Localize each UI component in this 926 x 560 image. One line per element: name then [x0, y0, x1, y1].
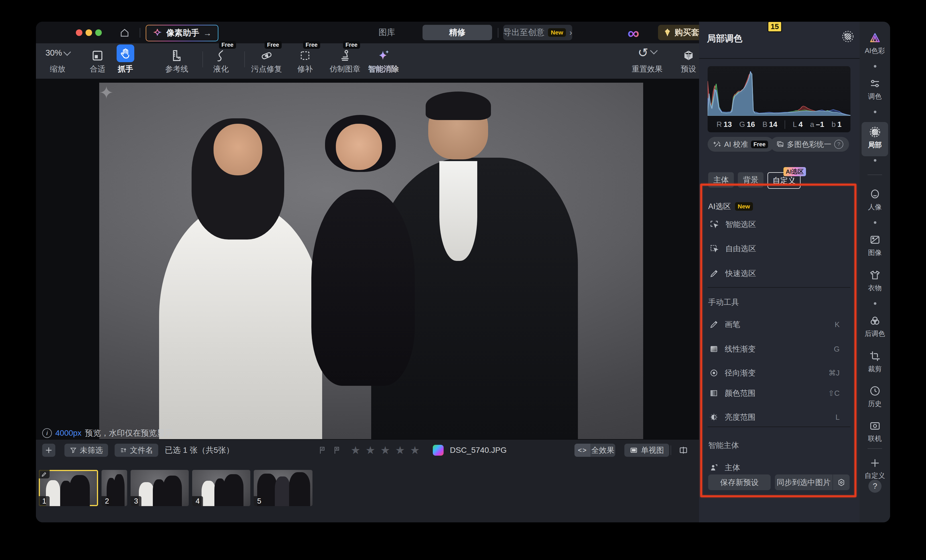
sort-icon — [120, 446, 127, 454]
add-photos-button[interactable] — [42, 443, 55, 457]
effects-label: 全效果 — [590, 445, 615, 456]
tether-camera-icon — [869, 420, 881, 432]
window-zoom-button[interactable] — [95, 29, 102, 36]
sidebar-item-color-grading[interactable]: 调色 — [859, 77, 890, 101]
sidebar-item-tethering[interactable]: 联机 — [859, 420, 890, 443]
effects-toggle-group[interactable]: <> 全效果 — [575, 443, 615, 457]
ai-calibrate-button[interactable]: AI 校准 Free — [708, 137, 774, 152]
sidebar-item-label: 裁剪 — [868, 365, 882, 374]
home-button[interactable] — [118, 26, 131, 39]
help-circle-icon[interactable]: ? — [834, 140, 843, 149]
sidebar-item-crop[interactable]: 裁剪 — [859, 350, 890, 374]
free-selection-icon — [709, 244, 719, 253]
thumbnail-1[interactable]: 1 — [39, 470, 98, 506]
chevron-down-icon — [63, 48, 71, 56]
tab-gallery-label: 图库 — [378, 27, 395, 38]
star-rating[interactable]: ★ ★ ★ ★ ★ — [351, 443, 420, 457]
flag-pick-button[interactable] — [317, 443, 329, 457]
sync-settings-button[interactable] — [833, 474, 850, 490]
overlay-toggle-button[interactable] — [841, 30, 854, 43]
star-icon[interactable]: ★ — [351, 444, 360, 457]
sidebar-item-portrait[interactable]: 人像 — [859, 188, 890, 212]
sparkle-icon — [153, 28, 162, 38]
tab-retouch[interactable]: 精修 — [422, 25, 492, 40]
smart-selection-item[interactable]: 智能选区 — [699, 216, 859, 233]
color-range-item[interactable]: 颜色范围 ⇧C — [699, 384, 859, 402]
sidebar-item-custom-add[interactable]: 自定义 — [859, 457, 890, 480]
single-view-button[interactable]: 单视图 — [624, 443, 669, 457]
photo-preview[interactable] — [99, 83, 643, 439]
modified-dot — [874, 221, 876, 224]
local-hatched-icon — [869, 126, 881, 138]
filter-label: 未筛选 — [80, 445, 103, 456]
luminance-range-item[interactable]: 亮度范围 L — [699, 409, 859, 426]
sidebar-item-local[interactable]: 局部 — [859, 126, 890, 150]
radial-gradient-item[interactable]: 径向渐变 ⌘J — [699, 365, 859, 381]
chevron-down-icon — [650, 47, 658, 54]
flag-reject-button[interactable] — [331, 443, 344, 457]
brush-tool-item[interactable]: 画笔 K — [699, 316, 859, 333]
sidebar-item-image[interactable]: 图像 — [859, 234, 890, 257]
brush-icon — [709, 320, 719, 329]
zoom-tool[interactable]: 30% 缩放 — [36, 43, 79, 79]
tab-gallery[interactable]: 图库 — [363, 25, 411, 40]
subject-item[interactable]: 主体 — [699, 459, 859, 476]
help-label: ? — [873, 481, 877, 491]
patch-tool[interactable]: Free 修补 — [284, 43, 327, 79]
modified-dot — [874, 159, 876, 162]
free-selection-item[interactable]: 自由选区 — [699, 240, 859, 257]
split-view-button[interactable] — [677, 443, 690, 457]
filter-button[interactable]: 未筛选 — [64, 443, 108, 457]
quick-selection-icon — [709, 269, 719, 278]
sidebar-item-label: 自定义 — [865, 471, 885, 480]
color-label[interactable] — [433, 443, 443, 457]
preview-note: 预览，水印仅在预览显示 — [85, 428, 173, 439]
smart-selection-icon — [709, 219, 719, 229]
pixel-assistant-button[interactable]: 像素助手 → — [146, 25, 218, 41]
sidebar-item-label: 衣物 — [868, 283, 882, 292]
tab-background-label: 背景 — [743, 175, 758, 185]
reset-effects-tool[interactable]: ↺ 重置效果 — [626, 43, 669, 79]
shortcut-key: ⌘J — [829, 369, 840, 377]
free-badge: Free — [265, 41, 282, 49]
sidebar-item-ai-color[interactable]: AI色彩 — [859, 32, 890, 55]
preview-size-link[interactable]: 4000px — [55, 428, 82, 438]
thumbnail-3[interactable]: 3 — [130, 470, 189, 506]
window-close-button[interactable] — [76, 29, 82, 36]
smart-erase-tool[interactable]: 智能消除 — [359, 43, 408, 79]
free-badge: Free — [751, 141, 768, 148]
quick-selection-item[interactable]: 快速选区 — [699, 265, 859, 282]
compare-code-icon[interactable]: <> — [575, 443, 590, 457]
tool-bar: 30% 缩放 合适 抓手 参考线 Free 液化 Free — [36, 43, 700, 79]
guides-tool[interactable]: 参考线 — [155, 43, 198, 79]
window-minimize-button[interactable] — [86, 29, 92, 36]
tab-background[interactable]: 背景 — [738, 172, 764, 188]
selection-count: 已选 1 张（共5张） — [165, 443, 234, 457]
thumbnail-5[interactable]: 5 — [254, 470, 312, 506]
star-icon[interactable]: ★ — [380, 444, 390, 457]
sync-to-selected-button[interactable]: 同步到选中图片 — [775, 474, 833, 490]
sort-button[interactable]: 文件名 — [115, 443, 158, 457]
export-to-creative-button[interactable]: 导出至创意 New › — [503, 25, 572, 40]
multi-image-color-sync-button[interactable]: 多图色彩统一 ? — [770, 137, 849, 152]
tab-subject[interactable]: 主体 — [708, 172, 734, 188]
help-button[interactable]: ? — [869, 480, 882, 493]
sidebar-item-history[interactable]: 历史 — [859, 385, 890, 408]
save-new-preset-button[interactable]: 保存新预设 — [708, 474, 771, 490]
canvas-area[interactable]: i 4000px 预览，水印仅在预览显示 — [36, 79, 699, 440]
thumbnail-4[interactable]: 4 — [192, 470, 250, 506]
star-icon[interactable]: ★ — [395, 444, 405, 457]
liquify-tool[interactable]: Free 液化 — [200, 43, 242, 79]
sidebar-item-label: 联机 — [868, 434, 882, 443]
sidebar-item-post-grading[interactable]: 后调色 — [859, 315, 890, 338]
brand-infinity-logo: ∞ — [628, 23, 639, 42]
funnel-icon — [70, 446, 77, 454]
sidebar-item-clothing[interactable]: 衣物 — [859, 269, 890, 292]
export-creative-label: 导出至创意 — [503, 27, 545, 38]
linear-gradient-item[interactable]: 线性渐变 G — [699, 341, 859, 357]
tab-custom-label: 自定义 — [773, 176, 796, 186]
hand-tool[interactable]: 抓手 — [104, 43, 147, 79]
star-icon[interactable]: ★ — [410, 444, 420, 457]
thumbnail-2[interactable]: 2 — [101, 470, 127, 506]
star-icon[interactable]: ★ — [366, 444, 375, 457]
